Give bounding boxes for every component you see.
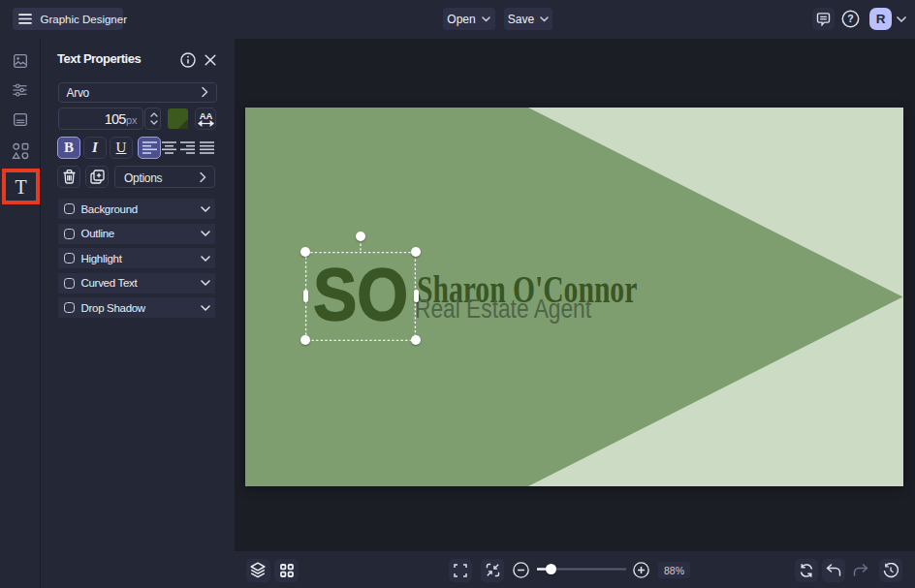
svg-text:AA: AA [199, 111, 212, 121]
svg-text:?: ? [847, 13, 853, 24]
